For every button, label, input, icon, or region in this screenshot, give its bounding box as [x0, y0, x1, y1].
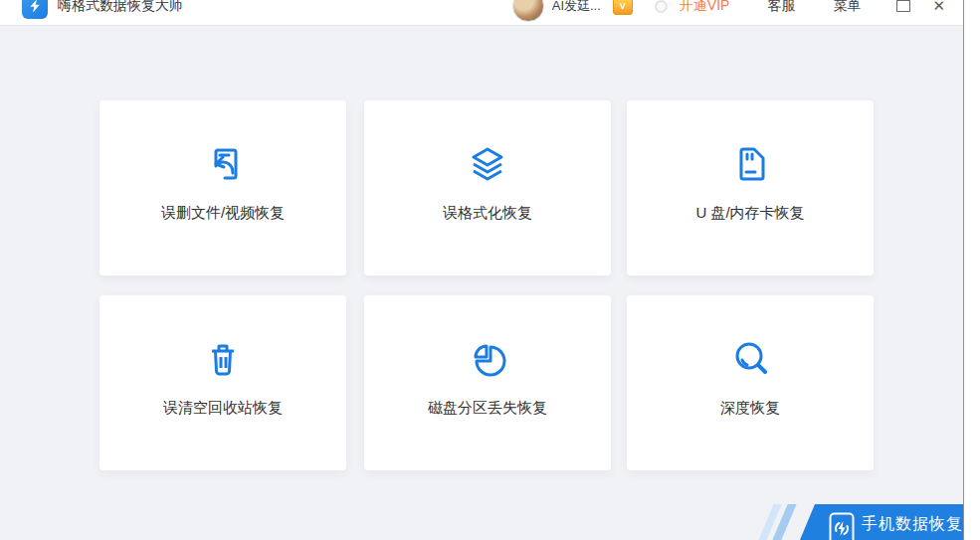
card-recycle-bin-recovery[interactable]: 误清空回收站恢复 [99, 295, 346, 470]
layers-icon [464, 140, 511, 188]
coin-icon [655, 0, 668, 13]
card-label: U 盘/内存卡恢复 [627, 204, 874, 223]
card-label: 误清空回收站恢复 [99, 399, 346, 418]
card-label: 磁盘分区丢失恢复 [364, 399, 611, 418]
app-window: 嗨格式数据恢复大师 AI发廷... V 开通VIP 客服 菜单 ✕ [0, 0, 964, 540]
avatar[interactable] [512, 0, 544, 22]
trash-icon [199, 335, 247, 383]
magnifier-icon [726, 335, 774, 383]
titlebar-row: 嗨格式数据恢复大师 AI发廷... V 开通VIP 客服 菜单 ✕ [0, 0, 963, 26]
card-deep-recovery[interactable]: 深度恢复 [627, 295, 874, 470]
pie-disk-icon [464, 335, 511, 383]
card-label: 深度恢复 [627, 399, 874, 418]
titlebar: 嗨格式数据恢复大师 AI发廷... V 开通VIP 客服 菜单 ✕ [0, 0, 963, 26]
sd-card-icon [726, 140, 774, 188]
phone-recovery-label: 手机数据恢复 [862, 514, 963, 535]
app-title: 嗨格式数据恢复大师 [58, 0, 183, 15]
card-label: 误格式化恢复 [364, 204, 611, 223]
phone-recovery-icon [829, 512, 855, 540]
file-undo-icon [199, 140, 247, 188]
customer-service-link[interactable]: 客服 [767, 0, 795, 15]
username[interactable]: AI发廷... [552, 0, 601, 15]
app-logo-icon [22, 0, 48, 19]
card-usb-memory-card-recovery[interactable]: U 盘/内存卡恢复 [627, 100, 874, 275]
menu-link[interactable]: 菜单 [833, 0, 861, 15]
minimize-button[interactable] [896, 0, 910, 12]
upgrade-vip-link[interactable]: 开通VIP [680, 0, 730, 15]
phone-recovery-banner[interactable]: 手机数据恢复 [786, 504, 963, 540]
vip-badge-icon: V [613, 0, 633, 15]
card-format-recovery[interactable]: 误格式化恢复 [364, 100, 611, 275]
card-label: 误删文件/视频恢复 [99, 204, 346, 223]
card-disk-partition-recovery[interactable]: 磁盘分区丢失恢复 [364, 295, 611, 470]
close-button[interactable]: ✕ [932, 0, 945, 15]
screenshot-root: 嗨格式数据恢复大师 AI发廷... V 开通VIP 客服 菜单 ✕ [0, 0, 980, 540]
card-deleted-file-video-recovery[interactable]: 误删文件/视频恢复 [99, 100, 346, 275]
